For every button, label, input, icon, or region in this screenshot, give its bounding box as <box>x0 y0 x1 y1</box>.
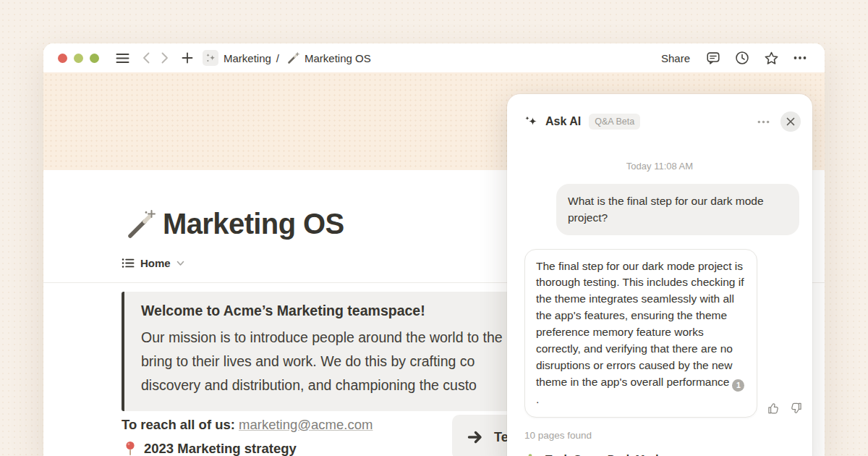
qa-beta-badge: Q&A Beta <box>589 114 640 130</box>
zoom-window-button[interactable] <box>90 54 99 63</box>
list-view-icon <box>122 257 135 269</box>
chevron-down-icon <box>176 261 184 266</box>
citation-badge[interactable]: 1 <box>732 379 744 392</box>
star-icon <box>763 50 780 67</box>
contact-email-link[interactable]: marketing@acme.com <box>239 417 373 432</box>
page-title: Marketing OS <box>163 208 344 240</box>
window-controls <box>58 54 99 63</box>
breadcrumb-separator: / <box>276 52 279 64</box>
clock-icon <box>734 50 750 66</box>
desktop: { "titlebar": { "breadcrumb_parent": "Ma… <box>0 0 868 456</box>
breadcrumb-current[interactable]: Marketing OS <box>305 52 371 64</box>
panel-close-button[interactable] <box>780 111 801 132</box>
hamburger-icon <box>116 53 129 64</box>
user-question-bubble: What is the final step for our dark mode… <box>556 184 799 235</box>
arrow-right-icon <box>467 429 485 445</box>
comments-button[interactable] <box>703 48 723 68</box>
titlebar-actions: Share <box>657 48 810 68</box>
pushpin-icon <box>124 441 136 456</box>
thumbs-down-button[interactable] <box>788 401 803 415</box>
thumbs-up-button[interactable] <box>767 401 781 415</box>
contact-row: To reach all of us: marketing@acme.com <box>122 417 373 433</box>
sources-count: 10 pages found <box>524 430 812 441</box>
ai-answer-text: The final step for our dark mode project… <box>536 260 744 389</box>
ask-ai-title: Ask AI <box>545 115 581 128</box>
ellipsis-icon <box>757 115 770 129</box>
close-window-button[interactable] <box>58 54 67 63</box>
panel-more-button[interactable] <box>754 112 773 132</box>
panel-actions <box>754 111 801 132</box>
ai-sparkles-icon <box>203 50 218 66</box>
breadcrumb: Marketing / Marketing OS <box>203 50 371 66</box>
close-icon <box>786 117 795 126</box>
source-page-title: Tech Spec: Dark Mode <box>545 452 665 456</box>
share-button[interactable]: Share <box>657 50 694 67</box>
page-title-row: Marketing OS <box>126 208 344 240</box>
plus-icon <box>182 52 193 64</box>
nav-back-button[interactable] <box>139 48 153 67</box>
app-window: Marketing / Marketing OS Share <box>43 43 825 456</box>
view-tab-home[interactable]: Home <box>122 257 184 269</box>
favorite-button[interactable] <box>761 48 781 68</box>
ask-ai-panel: Ask AI Q&A Beta Today 11:08 AM What is t… <box>507 94 812 456</box>
ellipsis-icon <box>793 51 807 65</box>
ai-answer-row: The final step for our dark mode project… <box>524 249 812 418</box>
thumbs-up-icon <box>767 401 781 415</box>
feedback-buttons <box>767 401 803 418</box>
sources-section: 10 pages found Tech Spec: Dark Mode Dark… <box>524 430 812 456</box>
ai-answer-bubble: The final step for our dark mode project… <box>524 249 757 418</box>
new-page-button[interactable] <box>178 48 197 67</box>
conversation-timestamp: Today 11:08 AM <box>507 161 812 172</box>
ask-ai-header: Ask AI Q&A Beta <box>507 94 812 132</box>
comment-icon <box>705 50 721 66</box>
pinned-page-title: 2023 Marketing strategy <box>144 441 297 456</box>
titlebar: Marketing / Marketing OS Share <box>43 43 825 72</box>
chevron-right-icon <box>161 52 169 64</box>
view-tab-label: Home <box>140 257 171 269</box>
thumbs-down-icon <box>788 401 803 415</box>
more-options-button[interactable] <box>790 48 810 68</box>
source-page-item[interactable]: Tech Spec: Dark Mode <box>524 452 812 456</box>
ai-sparkle-icon <box>524 115 538 129</box>
contact-label: To reach all of us: <box>122 417 235 432</box>
wand-icon <box>287 52 299 64</box>
puzzle-icon <box>524 452 537 456</box>
breadcrumb-parent[interactable]: Marketing <box>224 52 271 64</box>
wand-icon <box>126 209 156 240</box>
history-button[interactable] <box>732 48 752 68</box>
nav-forward-button[interactable] <box>158 48 172 67</box>
answer-period: . <box>536 393 539 405</box>
chevron-left-icon <box>142 52 150 64</box>
sidebar-menu-button[interactable] <box>112 48 133 67</box>
pinned-page-link[interactable]: 2023 Marketing strategy <box>124 441 297 456</box>
minimize-window-button[interactable] <box>74 54 83 63</box>
